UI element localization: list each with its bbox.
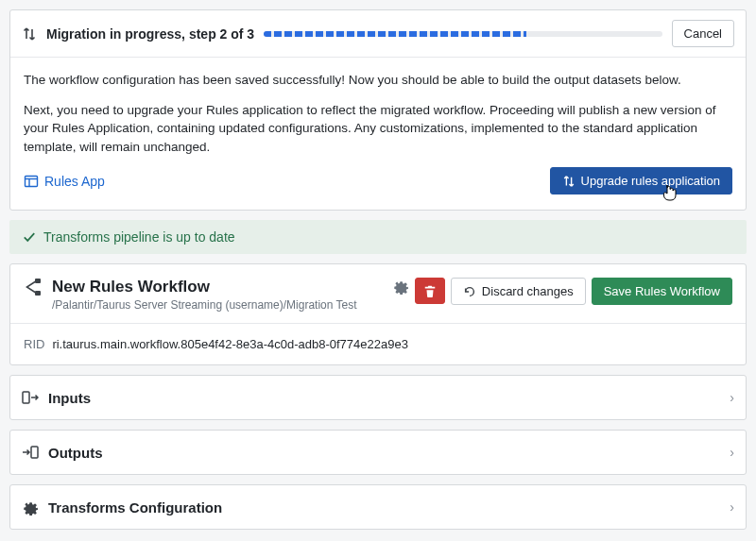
- rules-app-link[interactable]: Rules App: [24, 174, 105, 189]
- inputs-icon: [22, 389, 39, 406]
- upgrade-icon: [562, 175, 576, 188]
- undo-icon: [463, 285, 476, 298]
- svg-rect-6: [31, 447, 38, 458]
- pipeline-status-text: Transforms pipeline is up to date: [43, 229, 235, 245]
- transforms-section[interactable]: Transforms Configuration ›: [9, 484, 747, 530]
- gear-icon: [22, 499, 39, 516]
- pipeline-status-banner: Transforms pipeline is up to date: [9, 220, 747, 254]
- outputs-section[interactable]: Outputs ›: [9, 430, 747, 475]
- chevron-right-icon: ›: [730, 499, 734, 515]
- app-icon: [24, 174, 39, 189]
- svg-rect-3: [35, 279, 41, 283]
- progress-bar: [264, 31, 662, 37]
- upgrade-rules-button[interactable]: Upgrade rules application: [550, 167, 732, 194]
- svg-rect-4: [35, 291, 41, 296]
- workflow-path: /Palantir/Taurus Server Streaming (usern…: [52, 298, 383, 312]
- workflow-panel: New Rules Workflow /Palantir/Taurus Serv…: [9, 263, 747, 365]
- migration-title: Migration in progress, step 2 of 3: [46, 26, 254, 42]
- migration-body: The workflow configuration has been save…: [10, 58, 746, 210]
- rid-value: ri.taurus.main.workflow.805e4f42-8e3a-4c…: [52, 337, 408, 351]
- settings-button[interactable]: [392, 278, 409, 295]
- migration-header: Migration in progress, step 2 of 3 Cance…: [10, 10, 746, 58]
- inputs-title: Inputs: [48, 390, 720, 406]
- chevron-right-icon: ›: [730, 390, 734, 405]
- discard-changes-button[interactable]: Discard changes: [451, 278, 586, 305]
- workflow-icon: [24, 278, 43, 296]
- rid-label: RID: [24, 337, 44, 351]
- message-p1: The workflow configuration has been save…: [24, 71, 732, 90]
- migration-panel: Migration in progress, step 2 of 3 Cance…: [9, 9, 747, 211]
- sort-icon: [22, 26, 37, 42]
- save-workflow-button[interactable]: Save Rules Workflow: [592, 278, 732, 305]
- svg-rect-5: [23, 392, 29, 403]
- rules-app-label: Rules App: [44, 174, 105, 189]
- check-icon: [23, 230, 36, 244]
- rid-row: RID ri.taurus.main.workflow.805e4f42-8e3…: [10, 324, 746, 364]
- outputs-title: Outputs: [48, 445, 720, 461]
- workflow-title: New Rules Workflow: [52, 278, 383, 296]
- chevron-right-icon: ›: [730, 445, 734, 460]
- inputs-section[interactable]: Inputs ›: [9, 375, 747, 420]
- outputs-icon: [22, 444, 39, 461]
- transforms-title: Transforms Configuration: [48, 499, 720, 516]
- delete-button[interactable]: [415, 278, 445, 304]
- svg-rect-0: [26, 176, 38, 186]
- trash-icon: [423, 284, 437, 297]
- message-p2: Next, you need to upgrade your Rules app…: [24, 101, 732, 157]
- cancel-button[interactable]: Cancel: [672, 20, 734, 47]
